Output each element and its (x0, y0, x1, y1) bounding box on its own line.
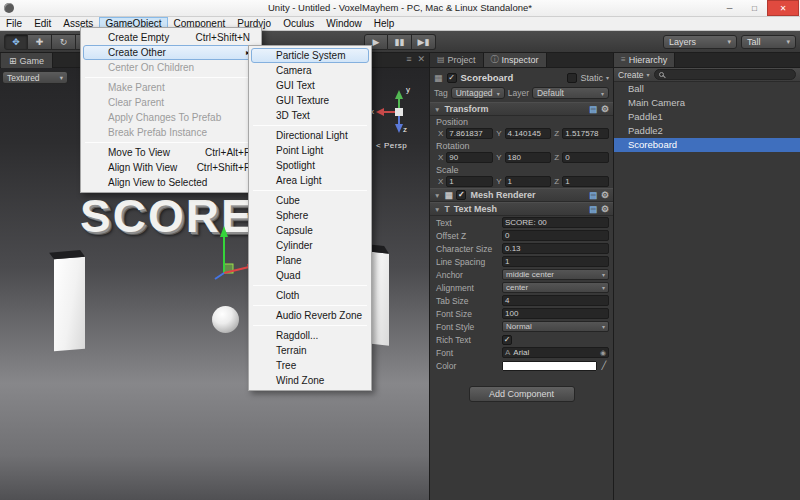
position-z-field[interactable]: 1.517578 (562, 128, 609, 139)
paddle1-object[interactable] (54, 257, 85, 352)
tab-inspector[interactable]: ⓘ Inspector (484, 52, 547, 67)
reference-icon[interactable]: ▤ (589, 104, 597, 114)
tag-dropdown[interactable]: Untagged ▾ (451, 87, 505, 99)
hierarchy-item-paddle1[interactable]: Paddle1 (614, 110, 800, 124)
menu-item-make-parent[interactable]: Make Parent (83, 80, 259, 95)
gear-icon[interactable]: ⚙ (601, 204, 609, 214)
rich-text-checkbox[interactable]: ✓ (502, 335, 512, 345)
hierarchy-item-main-camera[interactable]: Main Camera (614, 96, 800, 110)
menu-oculus[interactable]: Oculus (277, 17, 320, 30)
position-x-field[interactable]: 7.861837 (446, 128, 493, 139)
submenu-item-point-light[interactable]: Point Light (251, 143, 369, 158)
menu-item-align-view-to-selected[interactable]: Align View to Selected (83, 175, 259, 190)
menu-item-create-empty[interactable]: Create Empty Ctrl+Shift+N (83, 30, 259, 45)
ball-object[interactable] (212, 306, 239, 333)
submenu-item-plane[interactable]: Plane (251, 253, 369, 268)
tab-project[interactable]: ▤ Project (430, 52, 484, 67)
menu-item-create-other[interactable]: Create Other ▸ (83, 45, 259, 60)
tab-hierarchy[interactable]: ≡ Hierarchy (614, 52, 675, 67)
hierarchy-item-scoreboard[interactable]: Scoreboard (614, 138, 800, 152)
alignment-dropdown[interactable]: center ▾ (502, 282, 609, 293)
character-size-field[interactable]: 0.13 (502, 243, 609, 254)
active-checkbox[interactable]: ✓ (447, 73, 457, 83)
layer-dropdown[interactable]: Default ▾ (532, 87, 609, 99)
step-button[interactable]: ▶▮ (412, 34, 436, 50)
gear-icon[interactable]: ⚙ (601, 104, 609, 114)
color-swatch[interactable] (502, 361, 597, 371)
static-dropdown[interactable]: Static ▾ (567, 73, 609, 83)
close-button[interactable]: ✕ (767, 0, 799, 16)
submenu-item-cube[interactable]: Cube (251, 193, 369, 208)
menu-item-center-on-children[interactable]: Center On Children (83, 60, 259, 75)
eyedropper-icon[interactable]: ╱ (599, 361, 609, 370)
create-dropdown[interactable]: Create ▾ (618, 70, 650, 80)
menu-file[interactable]: File (0, 17, 28, 30)
submenu-item-directional-light[interactable]: Directional Light (251, 128, 369, 143)
foldout-icon[interactable]: ▼ (434, 192, 440, 199)
submenu-item-capsule[interactable]: Capsule (251, 223, 369, 238)
scale-y-field[interactable]: 1 (505, 176, 552, 187)
hierarchy-item-paddle2[interactable]: Paddle2 (614, 124, 800, 138)
line-spacing-field[interactable]: 1 (502, 256, 609, 267)
menu-help[interactable]: Help (368, 17, 401, 30)
hand-tool-icon[interactable]: ✥ (4, 34, 28, 50)
tab-game[interactable]: ⊞ Game (1, 53, 53, 68)
perspective-label[interactable]: < Persp (376, 141, 407, 150)
foldout-icon[interactable]: ▼ (434, 106, 440, 113)
layers-dropdown[interactable]: Layers ▾ (663, 35, 737, 49)
hierarchy-search-input[interactable] (654, 69, 796, 80)
submenu-item-quad[interactable]: Quad (251, 268, 369, 283)
layout-dropdown[interactable]: Tall ▾ (741, 35, 796, 49)
submenu-item-gui-texture[interactable]: GUI Texture (251, 93, 369, 108)
menu-window[interactable]: Window (320, 17, 368, 30)
gear-icon[interactable]: ⚙ (601, 190, 609, 200)
submenu-item-3d-text[interactable]: 3D Text (251, 108, 369, 123)
submenu-item-particle-system[interactable]: Particle System (251, 48, 369, 63)
rotate-tool-icon[interactable]: ↻ (52, 34, 76, 50)
submenu-item-terrain[interactable]: Terrain (251, 343, 369, 358)
anchor-dropdown[interactable]: middle center ▾ (502, 269, 609, 280)
hierarchy-item-ball[interactable]: Ball (614, 82, 800, 96)
rotation-x-field[interactable]: 90 (446, 152, 493, 163)
offset-z-field[interactable]: 0 (502, 230, 609, 241)
submenu-item-camera[interactable]: Camera (251, 63, 369, 78)
submenu-item-audio-reverb-zone[interactable]: Audio Reverb Zone (251, 308, 369, 323)
foldout-icon[interactable]: ▼ (434, 206, 440, 213)
submenu-item-area-light[interactable]: Area Light (251, 173, 369, 188)
transform-header[interactable]: ▼ Transform ▤ ⚙ (430, 102, 613, 116)
rotation-z-field[interactable]: 0 (562, 152, 609, 163)
close-icon[interactable]: ✕ (417, 54, 425, 64)
mesh-renderer-header[interactable]: ▼ ▦ ✓ Mesh Renderer ▤ ⚙ (430, 188, 613, 202)
reference-icon[interactable]: ▤ (589, 204, 597, 214)
rotation-y-field[interactable]: 180 (505, 152, 552, 163)
submenu-item-tree[interactable]: Tree (251, 358, 369, 373)
move-tool-icon[interactable]: ✚ (28, 34, 52, 50)
submenu-item-gui-text[interactable]: GUI Text (251, 78, 369, 93)
mesh-renderer-checkbox[interactable]: ✓ (456, 190, 466, 200)
scale-x-field[interactable]: 1 (446, 176, 493, 187)
submenu-item-cloth[interactable]: Cloth (251, 288, 369, 303)
menu-item-apply-changes-to-prefab[interactable]: Apply Changes To Prefab (83, 110, 259, 125)
font-object-field[interactable]: A Arial ◉ (502, 347, 609, 358)
object-picker-icon[interactable]: ◉ (600, 349, 606, 357)
font-size-field[interactable]: 100 (502, 308, 609, 319)
scale-z-field[interactable]: 1 (562, 176, 609, 187)
position-y-field[interactable]: 4.140145 (505, 128, 552, 139)
menu-item-move-to-view[interactable]: Move To View Ctrl+Alt+F (83, 145, 259, 160)
text-mesh-header[interactable]: ▼ T Text Mesh ▤ ⚙ (430, 202, 613, 216)
scene-orientation-gizmo[interactable]: x y z < Persp (370, 87, 428, 157)
pause-button[interactable]: ▮▮ (388, 34, 412, 50)
reference-icon[interactable]: ▤ (589, 190, 597, 200)
submenu-item-ragdoll[interactable]: Ragdoll... (251, 328, 369, 343)
minimize-button[interactable]: ─ (717, 0, 742, 16)
submenu-item-wind-zone[interactable]: Wind Zone (251, 373, 369, 388)
submenu-item-sphere[interactable]: Sphere (251, 208, 369, 223)
add-component-button[interactable]: Add Component (469, 386, 575, 402)
maximize-button[interactable]: □ (742, 0, 767, 16)
static-checkbox[interactable] (567, 73, 577, 83)
menu-edit[interactable]: Edit (28, 17, 57, 30)
menu-item-clear-parent[interactable]: Clear Parent (83, 95, 259, 110)
menu-item-align-with-view[interactable]: Align With View Ctrl+Shift+F (83, 160, 259, 175)
tab-size-field[interactable]: 4 (502, 295, 609, 306)
gameobject-name[interactable]: Scoreboard (461, 72, 564, 83)
